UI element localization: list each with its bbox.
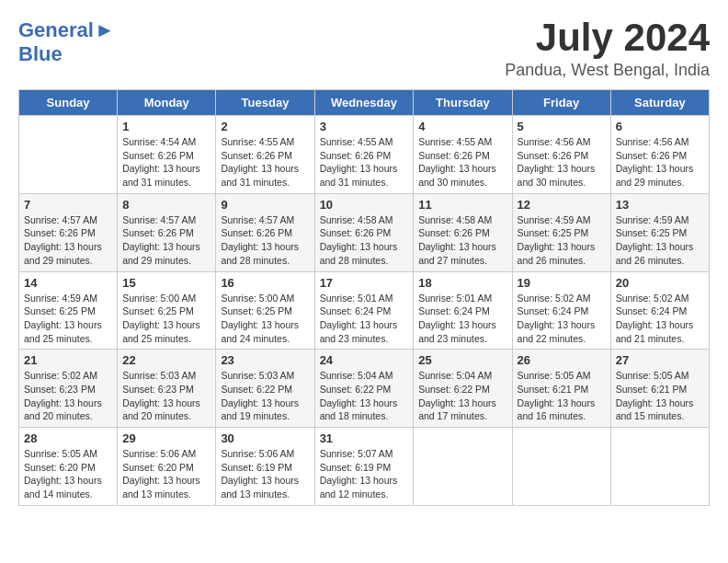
day-number: 28 (24, 431, 112, 445)
calendar-cell: 14Sunrise: 4:59 AM Sunset: 6:25 PM Dayli… (19, 271, 118, 350)
calendar-cell: 17Sunrise: 5:01 AM Sunset: 6:24 PM Dayli… (314, 271, 414, 350)
title-block: July 2024 Pandua, West Bengal, India (505, 18, 710, 80)
day-info: Sunrise: 4:57 AM Sunset: 6:26 PM Dayligh… (24, 213, 112, 268)
calendar-cell: 8Sunrise: 4:57 AM Sunset: 6:26 PM Daylig… (118, 193, 216, 271)
day-number: 11 (418, 198, 506, 212)
day-info: Sunrise: 5:00 AM Sunset: 6:25 PM Dayligh… (221, 292, 309, 346)
calendar-cell (414, 428, 512, 506)
calendar-cell: 30Sunrise: 5:06 AM Sunset: 6:19 PM Dayli… (216, 428, 314, 506)
calendar-table: SundayMondayTuesdayWednesdayThursdayFrid… (18, 89, 710, 506)
day-number: 7 (24, 198, 112, 212)
day-number: 24 (320, 353, 409, 367)
day-info: Sunrise: 5:02 AM Sunset: 6:24 PM Dayligh… (616, 292, 704, 346)
day-info: Sunrise: 4:59 AM Sunset: 6:25 PM Dayligh… (24, 292, 112, 346)
calendar-cell: 19Sunrise: 5:02 AM Sunset: 6:24 PM Dayli… (512, 271, 610, 350)
calendar-cell: 25Sunrise: 5:04 AM Sunset: 6:22 PM Dayli… (414, 350, 512, 428)
day-info: Sunrise: 4:55 AM Sunset: 6:26 PM Dayligh… (320, 135, 409, 190)
day-number: 16 (221, 276, 309, 290)
calendar-day-header: Saturday (610, 90, 709, 116)
day-number: 23 (221, 353, 309, 367)
day-number: 18 (418, 276, 506, 290)
day-number: 12 (518, 198, 606, 212)
day-number: 6 (616, 120, 704, 133)
day-info: Sunrise: 5:07 AM Sunset: 6:19 PM Dayligh… (320, 447, 409, 501)
day-info: Sunrise: 5:04 AM Sunset: 6:22 PM Dayligh… (320, 369, 409, 423)
calendar-cell: 21Sunrise: 5:02 AM Sunset: 6:23 PM Dayli… (19, 350, 118, 428)
calendar-cell: 6Sunrise: 4:56 AM Sunset: 6:26 PM Daylig… (610, 116, 709, 194)
calendar-day-header: Thursday (414, 90, 512, 116)
day-number: 3 (320, 120, 409, 133)
calendar-cell: 10Sunrise: 4:58 AM Sunset: 6:26 PM Dayli… (314, 193, 414, 271)
day-number: 30 (221, 431, 309, 445)
day-number: 20 (616, 276, 704, 290)
day-info: Sunrise: 5:00 AM Sunset: 6:25 PM Dayligh… (122, 292, 210, 346)
day-info: Sunrise: 5:03 AM Sunset: 6:22 PM Dayligh… (221, 369, 309, 423)
day-number: 22 (122, 353, 210, 367)
calendar-cell: 2Sunrise: 4:55 AM Sunset: 6:26 PM Daylig… (216, 116, 314, 194)
logo-arrow-icon: ► (95, 18, 115, 42)
day-number: 31 (320, 431, 409, 445)
day-info: Sunrise: 4:55 AM Sunset: 6:26 PM Dayligh… (221, 135, 309, 190)
logo-blue: Blue (18, 42, 63, 66)
calendar-cell: 15Sunrise: 5:00 AM Sunset: 6:25 PM Dayli… (118, 271, 216, 350)
calendar-week-row: 14Sunrise: 4:59 AM Sunset: 6:25 PM Dayli… (19, 271, 710, 350)
day-number: 27 (616, 353, 704, 367)
day-number: 8 (122, 198, 210, 212)
calendar-week-row: 1Sunrise: 4:54 AM Sunset: 6:26 PM Daylig… (19, 116, 710, 194)
day-number: 15 (122, 276, 210, 290)
day-number: 26 (518, 353, 606, 367)
day-info: Sunrise: 4:54 AM Sunset: 6:26 PM Dayligh… (122, 135, 210, 190)
day-number: 2 (221, 120, 309, 133)
day-number: 19 (518, 276, 606, 290)
calendar-cell: 7Sunrise: 4:57 AM Sunset: 6:26 PM Daylig… (19, 193, 118, 271)
calendar-cell: 11Sunrise: 4:58 AM Sunset: 6:26 PM Dayli… (414, 193, 512, 271)
calendar-week-row: 7Sunrise: 4:57 AM Sunset: 6:26 PM Daylig… (19, 193, 710, 271)
day-number: 9 (221, 198, 309, 212)
calendar-week-row: 21Sunrise: 5:02 AM Sunset: 6:23 PM Dayli… (19, 350, 710, 428)
calendar-cell: 24Sunrise: 5:04 AM Sunset: 6:22 PM Dayli… (314, 350, 414, 428)
day-info: Sunrise: 5:01 AM Sunset: 6:24 PM Dayligh… (320, 292, 409, 346)
day-number: 10 (320, 198, 409, 212)
logo-general: General (18, 18, 94, 42)
calendar-header: SundayMondayTuesdayWednesdayThursdayFrid… (19, 90, 710, 116)
calendar-cell: 27Sunrise: 5:05 AM Sunset: 6:21 PM Dayli… (610, 350, 709, 428)
day-info: Sunrise: 5:05 AM Sunset: 6:21 PM Dayligh… (616, 369, 704, 423)
calendar-cell: 22Sunrise: 5:03 AM Sunset: 6:23 PM Dayli… (118, 350, 216, 428)
calendar-cell: 3Sunrise: 4:55 AM Sunset: 6:26 PM Daylig… (314, 116, 414, 194)
calendar-day-header: Monday (118, 90, 216, 116)
calendar-cell (512, 428, 610, 506)
calendar-cell: 28Sunrise: 5:05 AM Sunset: 6:20 PM Dayli… (19, 428, 118, 506)
day-info: Sunrise: 4:58 AM Sunset: 6:26 PM Dayligh… (320, 213, 409, 268)
day-number: 29 (122, 431, 210, 445)
day-number: 14 (24, 276, 112, 290)
day-info: Sunrise: 5:05 AM Sunset: 6:21 PM Dayligh… (518, 369, 606, 423)
calendar-cell: 20Sunrise: 5:02 AM Sunset: 6:24 PM Dayli… (610, 271, 709, 350)
day-info: Sunrise: 4:56 AM Sunset: 6:26 PM Dayligh… (518, 135, 606, 190)
day-info: Sunrise: 4:57 AM Sunset: 6:26 PM Dayligh… (221, 213, 309, 268)
calendar-cell: 29Sunrise: 5:06 AM Sunset: 6:20 PM Dayli… (118, 428, 216, 506)
day-info: Sunrise: 5:02 AM Sunset: 6:23 PM Dayligh… (24, 369, 112, 423)
day-info: Sunrise: 4:59 AM Sunset: 6:25 PM Dayligh… (518, 213, 606, 268)
day-info: Sunrise: 5:06 AM Sunset: 6:19 PM Dayligh… (221, 447, 309, 501)
month-title: July 2024 (505, 18, 710, 57)
calendar-day-header: Sunday (19, 90, 118, 116)
day-number: 17 (320, 276, 409, 290)
calendar-cell: 4Sunrise: 4:55 AM Sunset: 6:26 PM Daylig… (414, 116, 512, 194)
day-number: 5 (518, 120, 606, 133)
calendar-cell: 31Sunrise: 5:07 AM Sunset: 6:19 PM Dayli… (314, 428, 414, 506)
location-title: Pandua, West Bengal, India (505, 61, 710, 80)
day-number: 25 (418, 353, 506, 367)
day-info: Sunrise: 5:01 AM Sunset: 6:24 PM Dayligh… (418, 292, 506, 346)
calendar-cell (19, 116, 118, 194)
day-number: 1 (122, 120, 210, 133)
calendar-body: 1Sunrise: 4:54 AM Sunset: 6:26 PM Daylig… (19, 116, 710, 506)
day-info: Sunrise: 4:56 AM Sunset: 6:26 PM Dayligh… (616, 135, 704, 190)
calendar-cell: 26Sunrise: 5:05 AM Sunset: 6:21 PM Dayli… (512, 350, 610, 428)
day-info: Sunrise: 4:55 AM Sunset: 6:26 PM Dayligh… (418, 135, 506, 190)
calendar-cell: 12Sunrise: 4:59 AM Sunset: 6:25 PM Dayli… (512, 193, 610, 271)
day-info: Sunrise: 4:58 AM Sunset: 6:26 PM Dayligh… (418, 213, 506, 268)
day-info: Sunrise: 4:57 AM Sunset: 6:26 PM Dayligh… (122, 213, 210, 268)
calendar-cell: 13Sunrise: 4:59 AM Sunset: 6:25 PM Dayli… (610, 193, 709, 271)
day-info: Sunrise: 5:06 AM Sunset: 6:20 PM Dayligh… (122, 447, 210, 501)
calendar-day-header: Tuesday (216, 90, 314, 116)
